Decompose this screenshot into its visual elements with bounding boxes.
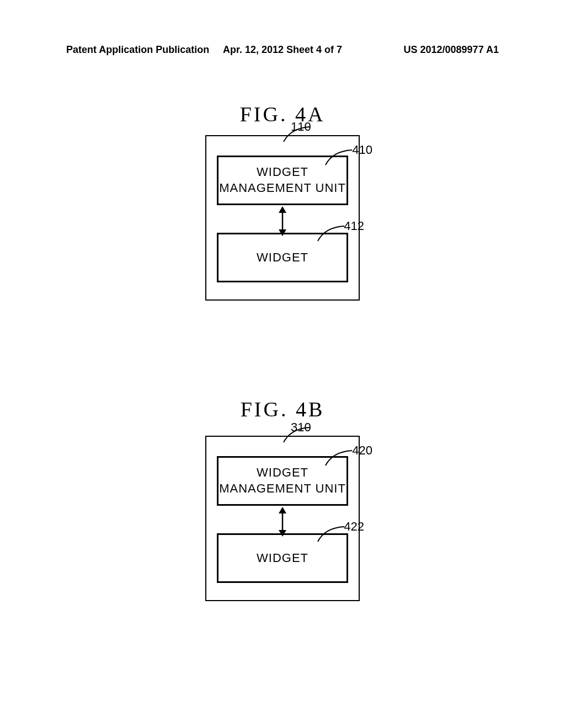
widget-box: WIDGET (217, 533, 348, 583)
widget-management-unit-box: WIDGET MANAGEMENT UNIT (217, 156, 348, 205)
outer-container-box: 420 WIDGET MANAGEMENT UNIT 422 WIDGET (205, 436, 360, 601)
bidirectional-arrow-icon (277, 507, 288, 537)
outer-container-box: 410 WIDGET MANAGEMENT UNIT 412 WIDGET (205, 135, 360, 301)
header-patent-number: US 2012/0089977 A1 (355, 44, 499, 56)
widget-mgmt-line1: WIDGET (257, 164, 308, 180)
header-publication: Patent Application Publication (66, 44, 210, 56)
figure-4a-title: FIG. 4A (0, 102, 565, 126)
page-header: Patent Application Publication Apr. 12, … (0, 44, 565, 56)
widget-text: WIDGET (257, 250, 308, 266)
header-date-sheet: Apr. 12, 2012 Sheet 4 of 7 (210, 44, 354, 56)
widget-mgmt-line1: WIDGET (257, 465, 308, 481)
svg-marker-1 (279, 206, 286, 213)
bidirectional-arrow-icon (277, 206, 288, 236)
widget-mgmt-line2: MANAGEMENT UNIT (219, 481, 346, 497)
widget-ref-label: 412 (344, 219, 364, 233)
figure-4b-title: FIG. 4B (0, 397, 565, 421)
figure-4a-diagram: 110 410 WIDGET MANAGEMENT UNIT 412 WIDGE… (205, 135, 360, 301)
widget-mgmt-ref-label: 410 (352, 143, 372, 157)
widget-management-unit-box: WIDGET MANAGEMENT UNIT (217, 456, 348, 506)
svg-marker-4 (279, 507, 286, 513)
widget-text: WIDGET (257, 550, 308, 566)
outer-ref-label: 110 (291, 120, 311, 134)
figure-4b-diagram: 310 420 WIDGET MANAGEMENT UNIT 422 WIDGE… (205, 436, 360, 601)
widget-mgmt-ref-label: 420 (352, 443, 372, 458)
widget-ref-label: 422 (344, 520, 364, 534)
outer-ref-label: 310 (291, 420, 311, 435)
widget-box: WIDGET (217, 233, 348, 282)
widget-mgmt-line2: MANAGEMENT UNIT (219, 180, 346, 196)
